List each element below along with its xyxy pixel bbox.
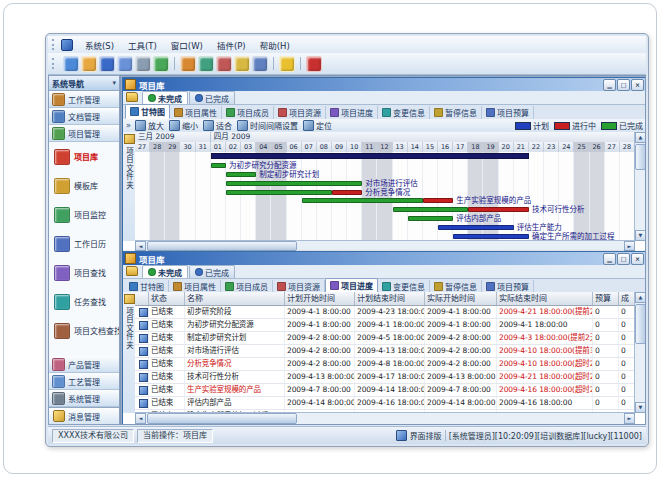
locate-button[interactable]: 定位 <box>303 120 332 131</box>
table-row[interactable]: 已结束制定初步研究计划2009-4-2 8:00:002009-4-5 18:0… <box>135 332 635 345</box>
table-header-cell[interactable]: 实际开始时间 <box>425 292 497 305</box>
close-icon[interactable]: × <box>631 253 644 265</box>
chart-icon[interactable] <box>216 56 232 72</box>
status-tab[interactable]: 未完成 <box>142 265 188 278</box>
maximize-icon[interactable]: □ <box>617 79 630 91</box>
interval-settings-button[interactable]: 时间间隔设置 <box>237 120 298 131</box>
sidebar-group[interactable]: 工艺管理 <box>49 373 119 390</box>
menu-item[interactable]: 帮助(H) <box>253 38 297 52</box>
sidebar-item[interactable]: 项目监控 <box>49 200 119 229</box>
sidebar-item[interactable]: 项目查找 <box>49 258 119 287</box>
sidebar-item[interactable]: 项目文档查找 <box>49 316 119 345</box>
sidebar-group[interactable]: 系统管理 <box>49 390 119 407</box>
sidebar-item[interactable]: 模板库 <box>49 171 119 200</box>
view-tab[interactable]: 项目成员 <box>222 106 274 119</box>
sidebar-item[interactable]: 任务查找 <box>49 287 119 316</box>
scroll-right-arrow[interactable]: ► <box>624 413 635 424</box>
new-icon[interactable] <box>63 56 79 72</box>
scroll-track[interactable] <box>146 241 624 251</box>
table-header-cell[interactable]: 名称 <box>185 292 285 305</box>
pin-icon[interactable]: ▾ <box>112 79 116 87</box>
menu-item[interactable]: 系统(S) <box>78 38 121 52</box>
close-icon[interactable]: × <box>631 79 644 91</box>
sidebar-group[interactable]: 文档管理 <box>49 108 119 125</box>
minimize-icon[interactable]: ▁ <box>603 253 616 265</box>
scroll-up-arrow[interactable]: ▲ <box>635 292 646 303</box>
toolbar-grip[interactable] <box>52 58 57 69</box>
settings-icon[interactable] <box>252 56 268 72</box>
status-tab[interactable]: 已完成 <box>189 91 235 104</box>
minimize-icon[interactable]: ▁ <box>603 79 616 91</box>
gantt-bar[interactable] <box>423 198 453 203</box>
open-icon[interactable] <box>81 56 97 72</box>
sidebar-group[interactable]: 产品管理 <box>49 356 119 373</box>
scroll-thumb[interactable] <box>635 144 646 170</box>
layout-icon[interactable] <box>396 430 407 441</box>
horizontal-scrollbar[interactable]: ◄ ► <box>135 240 635 251</box>
status-tab[interactable]: 未完成 <box>142 91 188 104</box>
table-window-titlebar[interactable]: 项目库 ▁□× <box>123 252 646 265</box>
gantt-bar[interactable] <box>393 207 469 212</box>
scroll-track[interactable] <box>635 143 646 230</box>
gantt-bar[interactable] <box>408 216 453 221</box>
layout-label[interactable]: 界面排版 <box>410 430 442 441</box>
table-header-cell[interactable]: 计划结束时间 <box>355 292 425 305</box>
mail-icon[interactable] <box>234 56 250 72</box>
status-tab[interactable]: 已完成 <box>189 265 235 278</box>
save-icon[interactable] <box>99 56 115 72</box>
refresh-icon[interactable] <box>153 56 169 72</box>
table-header-cell[interactable] <box>135 292 149 305</box>
scroll-down-arrow[interactable]: ▼ <box>635 402 646 413</box>
exit-icon[interactable] <box>306 56 322 72</box>
gantt-bar[interactable] <box>211 163 226 168</box>
table-row[interactable]: 已结束初步研究阶段2009-4-1 8:00:002009-4-23 18:00… <box>135 306 635 319</box>
sidebar-tab-messages[interactable]: 消息管理 <box>49 407 119 424</box>
scroll-thumb[interactable] <box>147 413 297 424</box>
menu-item[interactable]: 窗口(W) <box>164 38 210 52</box>
gantt-window-titlebar[interactable]: 项目库 ▁□× <box>123 78 646 91</box>
sidebar-group[interactable]: 工作管理 <box>49 91 119 108</box>
scroll-track[interactable] <box>146 413 624 424</box>
print-icon[interactable] <box>135 56 151 72</box>
sidebar-group[interactable]: 项目管理 <box>49 125 119 142</box>
scroll-left-arrow[interactable]: ◄ <box>135 241 146 251</box>
scroll-thumb[interactable] <box>147 241 297 251</box>
maximize-icon[interactable]: □ <box>617 253 630 265</box>
chevron-icon[interactable]: » <box>126 121 131 130</box>
table-header-cell[interactable]: 成 <box>619 292 635 305</box>
table-row[interactable]: 已结束分析竞争情况2009-4-2 8:00:002009-4-8 18:00:… <box>135 358 635 371</box>
gantt-bar[interactable] <box>302 198 423 203</box>
zoom-out-button[interactable]: 缩小 <box>169 120 198 131</box>
gantt-bar[interactable] <box>226 181 362 186</box>
save-all-icon[interactable] <box>117 56 133 72</box>
view-tab[interactable]: 暂停信息 <box>430 106 482 119</box>
gantt-bar[interactable] <box>226 190 332 195</box>
gantt-bar[interactable] <box>453 234 529 239</box>
menu-item[interactable]: 工具(T) <box>121 38 164 52</box>
gantt-bar[interactable] <box>468 207 529 212</box>
table-row[interactable]: 已结束生产实验室规模的产品2009-4-7 8:00:002009-4-14 1… <box>135 384 635 397</box>
vertical-scrollbar[interactable]: ▲ ▼ <box>634 292 646 413</box>
sidebar-item[interactable]: 工作日历 <box>49 229 119 258</box>
view-tab[interactable]: 项目属性 <box>170 106 222 119</box>
scroll-right-arrow[interactable]: ► <box>624 241 635 251</box>
gantt-bar[interactable] <box>226 172 256 177</box>
gantt-bar[interactable] <box>438 225 514 230</box>
view-tab[interactable]: 项目资源 <box>274 106 326 119</box>
scroll-thumb[interactable] <box>635 304 646 344</box>
table-row[interactable]: 已结束对市场进行评估2009-4-2 8:00:002009-4-13 18:0… <box>135 345 635 358</box>
horizontal-scrollbar[interactable]: ◄ ► <box>135 412 635 424</box>
data-grid-icon[interactable] <box>198 56 214 72</box>
table-row[interactable]: 已结束为初步研究分配资源2009-4-1 8:00:002009-4-1 18:… <box>135 319 635 332</box>
sidebar-header[interactable]: 系统导航 ▾ <box>49 76 119 91</box>
window-layout-icon[interactable] <box>180 56 196 72</box>
gantt-bar[interactable] <box>211 153 529 159</box>
view-tab[interactable]: 变更信息 <box>378 106 430 119</box>
table-header-cell[interactable]: 预算 <box>593 292 619 305</box>
table-header-cell[interactable]: 状态 <box>149 292 185 305</box>
scroll-up-arrow[interactable]: ▲ <box>635 132 646 143</box>
table-row[interactable]: 已结束技术可行性分析2009-4-13 8:00:002009-4-17 18:… <box>135 371 635 384</box>
view-tab[interactable]: 项目进度 <box>325 278 378 293</box>
lock-icon[interactable] <box>279 56 295 72</box>
sidebar-item[interactable]: 项目库 <box>49 142 119 171</box>
